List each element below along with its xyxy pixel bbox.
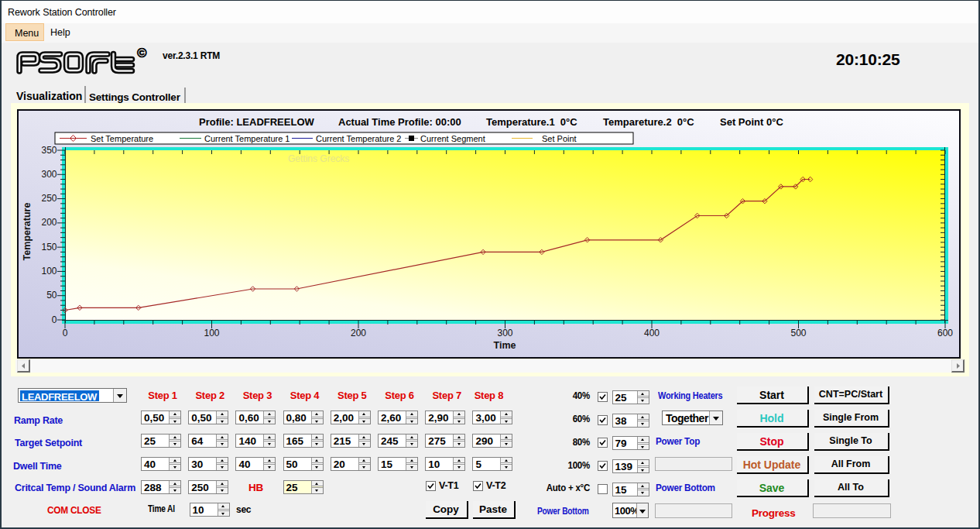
svg-text:Set Temperature: Set Temperature	[91, 134, 153, 143]
svg-text:50: 50	[46, 290, 57, 301]
svg-text:Time: Time	[494, 340, 516, 351]
svg-text:Set Point 0°C: Set Point 0°C	[720, 116, 783, 128]
svg-text:0: 0	[63, 328, 68, 338]
svg-text:400: 400	[644, 328, 660, 338]
svg-text:Current Temperature 2: Current Temperature 2	[316, 134, 401, 143]
svg-text:Gettins Grecks: Gettins Grecks	[288, 153, 349, 164]
svg-text:300: 300	[41, 169, 57, 180]
svg-text:Temperature: Temperature	[22, 203, 33, 261]
svg-text:150: 150	[41, 242, 57, 252]
svg-text:100: 100	[41, 266, 57, 277]
svg-text:200: 200	[351, 328, 366, 338]
svg-text:Set Point: Set Point	[542, 134, 577, 143]
svg-text:600: 600	[937, 328, 953, 338]
svg-text:Actual Time Profile: 00:00: Actual Time Profile: 00:00	[338, 116, 461, 128]
svg-text:100: 100	[204, 328, 219, 338]
svg-text:Current Segment: Current Segment	[420, 134, 485, 143]
svg-text:0: 0	[52, 314, 57, 325]
svg-text:250: 250	[41, 193, 57, 204]
svg-text:Profile: LEADFREELOW: Profile: LEADFREELOW	[199, 116, 315, 128]
svg-text:Temperature.1 0°C: Temperature.1 0°C	[486, 116, 577, 128]
svg-text:Tempareture.2 0°C: Tempareture.2 0°C	[603, 116, 694, 128]
svg-text:Current Temperature 1: Current Temperature 1	[204, 134, 290, 143]
svg-text:200: 200	[41, 217, 57, 228]
svg-text:300: 300	[497, 328, 512, 338]
svg-text:350: 350	[41, 145, 57, 156]
svg-text:500: 500	[790, 328, 806, 338]
